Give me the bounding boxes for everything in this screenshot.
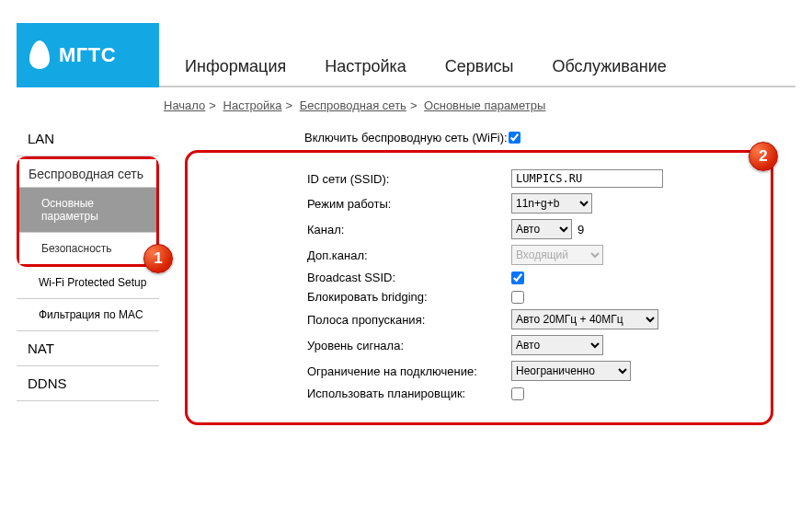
sidebar-item-wireless[interactable]: Беспроводная сеть xyxy=(19,159,156,188)
select-signal[interactable]: Авто xyxy=(511,335,603,355)
crumb-wireless[interactable]: Беспроводная сеть xyxy=(300,98,406,112)
label-signal: Уровень сигнала: xyxy=(307,339,511,352)
label-scheduler: Использовать планировщик: xyxy=(307,387,511,400)
label-mode: Режим работы: xyxy=(307,197,511,211)
breadcrumb: Начало> Настройка> Беспроводная сеть> Ос… xyxy=(164,98,795,118)
row-mode: Режим работы: 11n+g+b xyxy=(307,193,752,214)
row-signal: Уровень сигнала: Авто xyxy=(307,335,752,355)
row-scheduler: Использовать планировщик: xyxy=(307,387,752,400)
egg-icon xyxy=(28,39,51,73)
select-limit[interactable]: Неограниченно xyxy=(511,361,631,381)
select-bandwidth[interactable]: Авто 20МГц + 40МГц xyxy=(511,309,658,329)
row-bandwidth: Полоса пропускания: Авто 20МГц + 40МГц xyxy=(307,309,752,329)
sidebar-item-lan[interactable]: LAN xyxy=(17,121,159,156)
header: МГТС Информация Настройка Сервисы Обслуж… xyxy=(17,23,795,87)
main-content: Включить беспроводную сеть (WiFi): 2 ID … xyxy=(159,121,795,425)
settings-panel: 2 ID сети (SSID): Режим работы: 11n+g+b … xyxy=(185,150,773,425)
row-limit: Ограничение на подключение: Неограниченн… xyxy=(307,361,752,381)
sidebar-sub-macfilter[interactable]: Фильтрация по MAC xyxy=(17,299,159,331)
label-limit: Ограничение на подключение: xyxy=(307,364,511,378)
crumb-basic[interactable]: Основные параметры xyxy=(424,98,545,112)
annotation-badge-2: 2 xyxy=(749,142,778,171)
label-ssid: ID сети (SSID): xyxy=(307,172,511,186)
brand-text: МГТС xyxy=(59,43,116,67)
sidebar-item-ddns[interactable]: DDNS xyxy=(17,366,159,401)
row-channel: Канал: Авто 9 xyxy=(307,219,752,239)
nav-maintenance[interactable]: Обслуживание xyxy=(552,57,666,76)
select-extchannel: Входящий xyxy=(511,245,603,265)
nav-setup[interactable]: Настройка xyxy=(325,57,406,76)
sidebar: LAN Беспроводная сеть Основные параметры… xyxy=(17,121,159,425)
input-ssid[interactable] xyxy=(511,169,663,188)
sidebar-sub-basic[interactable]: Основные параметры xyxy=(19,188,156,232)
row-ssid: ID сети (SSID): xyxy=(307,169,752,188)
top-nav: Информация Настройка Сервисы Обслуживани… xyxy=(159,57,795,87)
sidebar-sub-security[interactable]: Безопасность xyxy=(19,232,156,264)
select-channel[interactable]: Авто xyxy=(511,219,572,239)
row-broadcast: Broadcast SSID: xyxy=(307,271,752,284)
label-broadcast: Broadcast SSID: xyxy=(307,271,511,284)
channel-current: 9 xyxy=(578,223,584,237)
sidebar-item-nat[interactable]: NAT xyxy=(17,331,159,366)
checkbox-scheduler[interactable] xyxy=(511,387,524,400)
sidebar-group-wireless: Беспроводная сеть Основные параметры Без… xyxy=(17,156,159,267)
checkbox-broadcast[interactable] xyxy=(511,271,524,284)
select-mode[interactable]: 11n+g+b xyxy=(511,193,592,214)
label-enable-wifi: Включить беспроводную сеть (WiFi): xyxy=(304,131,509,144)
sidebar-sub-wps[interactable]: Wi-Fi Protected Setup xyxy=(17,267,159,299)
row-extchannel: Доп.канал: Входящий xyxy=(307,245,752,265)
checkbox-enable-wifi[interactable] xyxy=(509,132,520,144)
nav-services[interactable]: Сервисы xyxy=(445,57,514,76)
row-bridging: Блокировать bridging: xyxy=(307,290,752,304)
label-channel: Канал: xyxy=(307,223,511,237)
crumb-home[interactable]: Начало xyxy=(164,98,205,112)
row-enable-wifi: Включить беспроводную сеть (WiFi): xyxy=(185,131,795,144)
label-bridging: Блокировать bridging: xyxy=(307,290,511,304)
crumb-setup[interactable]: Настройка xyxy=(223,98,282,112)
checkbox-bridging[interactable] xyxy=(511,291,524,304)
nav-information[interactable]: Информация xyxy=(185,57,286,76)
label-bandwidth: Полоса пропускания: xyxy=(307,313,511,327)
brand-logo: МГТС xyxy=(17,23,159,87)
label-extchannel: Доп.канал: xyxy=(307,248,511,262)
